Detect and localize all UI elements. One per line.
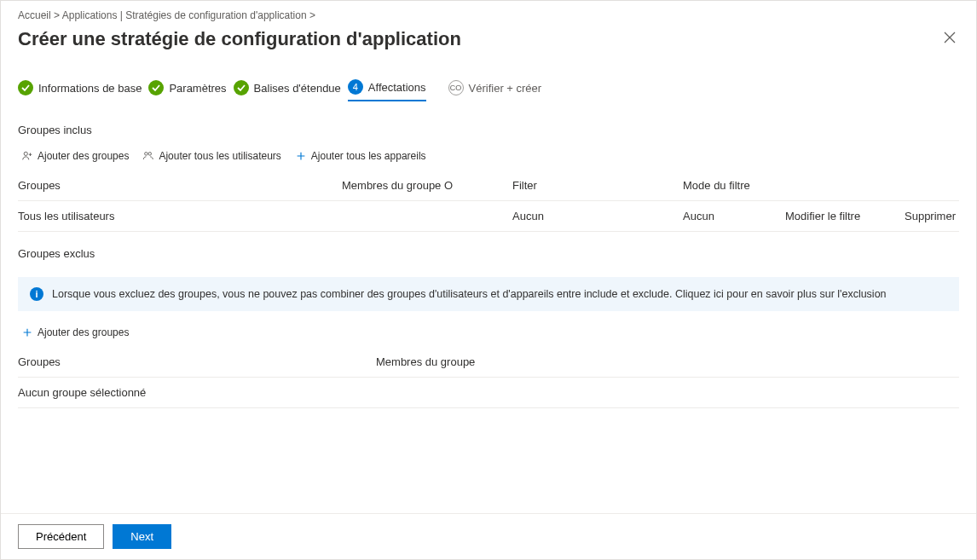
- included-actions: Ajouter des groupes Ajouter tous les uti…: [1, 141, 976, 170]
- step-scope-tags-label: Balises d'étendue: [254, 82, 341, 95]
- step-settings-label: Paramètres: [169, 82, 226, 95]
- plus-icon: [21, 326, 33, 338]
- step-review-label: Vérifier + créer: [469, 82, 542, 95]
- step-settings[interactable]: Paramètres: [148, 80, 226, 101]
- excl-col-groups: Groupes: [18, 355, 376, 368]
- table-row: Tous les utilisateurs Aucun Aucun Modifi…: [18, 201, 959, 232]
- excluded-empty-text: Aucun groupe sélectionné: [18, 386, 376, 399]
- col-members: Membres du groupe O: [342, 179, 512, 192]
- exclusion-info-text: Lorsque vous excluez des groupes, vous n…: [52, 288, 887, 300]
- excluded-groups-table: Groupes Membres du groupe Aucun groupe s…: [1, 347, 976, 408]
- step-assignments-label: Affectations: [368, 81, 426, 94]
- plus-icon: [295, 150, 307, 162]
- wizard-steps: Informations de base Paramètres Balises …: [1, 50, 976, 108]
- step-review[interactable]: CO Vérifier + créer: [448, 80, 542, 101]
- svg-point-2: [148, 153, 152, 156]
- breadcrumb[interactable]: Accueil > Applications | Stratégies de c…: [1, 1, 976, 25]
- close-icon: [944, 32, 956, 43]
- add-all-users-label: Ajouter tous les utilisateurs: [159, 150, 280, 162]
- add-all-devices-button[interactable]: Ajouter tous les appareils: [295, 150, 426, 162]
- step-number-badge: 4: [348, 79, 363, 95]
- included-groups-table: Groupes Membres du groupe O Filter Mode …: [1, 170, 976, 232]
- add-excluded-groups-label: Ajouter des groupes: [38, 326, 129, 338]
- step-scope-tags[interactable]: Balises d'étendue: [234, 80, 341, 101]
- col-filter: Filter: [512, 179, 683, 192]
- included-groups-title: Groupes inclus: [1, 108, 976, 141]
- check-icon: [18, 80, 33, 95]
- svg-point-0: [24, 152, 27, 155]
- previous-button[interactable]: Précédent: [18, 524, 104, 549]
- col-filter-mode: Mode du filtre: [683, 179, 785, 192]
- remove-link[interactable]: Supprimer: [905, 210, 973, 222]
- step-circle-icon: CO: [448, 80, 464, 95]
- excl-col-members: Membres du groupe: [376, 355, 615, 368]
- step-basics-label: Informations de base: [38, 82, 142, 95]
- wizard-footer: Précédent Next: [1, 513, 976, 559]
- row-filter-mode: Aucun: [683, 210, 785, 222]
- step-basics[interactable]: Informations de base: [18, 80, 142, 101]
- info-icon: i: [30, 287, 43, 301]
- person-plus-icon: [21, 150, 33, 162]
- close-button[interactable]: [940, 28, 959, 50]
- row-name: Tous les utilisateurs: [18, 210, 342, 222]
- add-all-users-button[interactable]: Ajouter tous les utilisateurs: [142, 150, 280, 162]
- add-groups-button[interactable]: Ajouter des groupes: [21, 150, 129, 162]
- check-icon: [234, 80, 249, 95]
- people-icon: [142, 150, 154, 162]
- add-all-devices-label: Ajouter tous les appareils: [311, 150, 426, 162]
- check-icon: [148, 80, 164, 95]
- excluded-actions: Ajouter des groupes: [1, 323, 976, 347]
- next-button[interactable]: Next: [113, 524, 171, 549]
- excluded-groups-title: Groupes exclus: [1, 232, 976, 265]
- row-filter: Aucun: [512, 210, 683, 222]
- svg-point-1: [145, 153, 148, 156]
- step-assignments[interactable]: 4 Affectations: [348, 79, 426, 101]
- col-groups: Groupes: [18, 179, 342, 192]
- exclusion-info-banner: i Lorsque vous excluez des groupes, vous…: [18, 277, 959, 311]
- add-excluded-groups-button[interactable]: Ajouter des groupes: [21, 326, 129, 338]
- add-groups-label: Ajouter des groupes: [38, 150, 129, 162]
- page-title: Créer une stratégie de configuration d'a…: [18, 28, 461, 50]
- edit-filter-link[interactable]: Modifier le filtre: [785, 210, 905, 222]
